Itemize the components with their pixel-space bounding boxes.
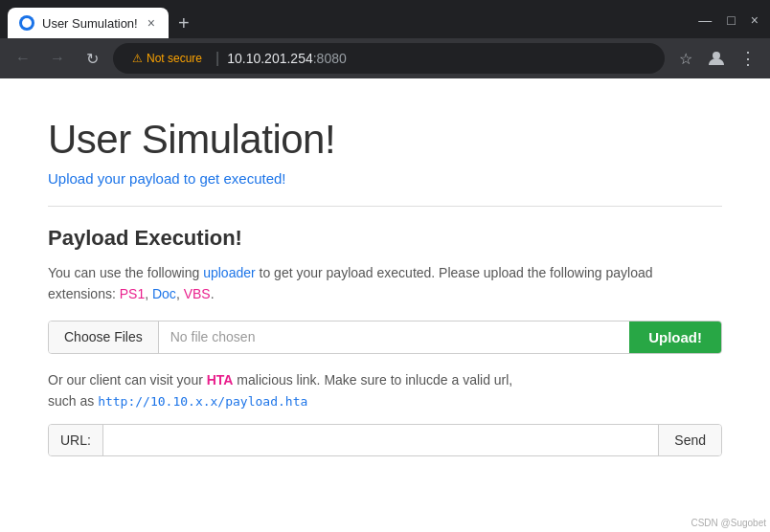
page-title: User Simulation!: [48, 117, 722, 163]
new-tab-button[interactable]: +: [172, 12, 195, 34]
section-divider: [48, 206, 722, 207]
ext-ps1: PS1: [120, 286, 145, 301]
svg-point-1: [713, 52, 720, 59]
tab-favicon: [19, 15, 34, 31]
hta-text-3: such as: [48, 393, 98, 409]
browser-chrome: User Sumulation! × + — □ × ← → ↻ ⚠ Not s…: [0, 0, 770, 78]
account-icon[interactable]: [703, 45, 730, 72]
section-heading: Payload Execution!: [48, 226, 722, 251]
back-button[interactable]: ←: [10, 45, 36, 72]
hta-example-url: http://10.10.x.x/payload.hta: [98, 394, 307, 409]
minimize-button[interactable]: —: [694, 11, 715, 30]
window-controls: — □ ×: [694, 11, 762, 35]
address-text: 10.10.201.254:8080: [227, 51, 347, 66]
page-content: User Simulation! Upload your payload to …: [0, 78, 770, 485]
hta-text-2: malicious link. Make sure to inlucde a v…: [233, 372, 512, 388]
security-text: Not secure: [147, 52, 202, 65]
nav-bar: ← → ↻ ⚠ Not secure | 10.10.201.254:8080 …: [0, 38, 770, 78]
ext-comma1: ,: [145, 286, 152, 301]
send-button[interactable]: Send: [658, 425, 721, 455]
hta-link: HTA: [207, 372, 234, 388]
choose-files-button[interactable]: Choose Files: [49, 321, 159, 353]
page-subtitle: Upload your payload to get executed!: [48, 170, 722, 187]
address-bar[interactable]: ⚠ Not secure | 10.10.201.254:8080: [113, 43, 665, 74]
active-tab[interactable]: User Sumulation! ×: [8, 8, 169, 38]
section-description: You can use the following uploader to ge…: [48, 262, 722, 305]
ext-period: .: [211, 286, 215, 301]
nav-actions: ☆ ⋮: [672, 45, 760, 72]
address-port: :8080: [313, 51, 347, 66]
file-name-display: No file chosen: [159, 321, 629, 353]
reload-button[interactable]: ↻: [79, 45, 105, 72]
file-upload-row: Choose Files No file chosen Upload!: [48, 321, 722, 354]
tab-title: User Sumulation!: [42, 16, 138, 31]
ext-doc: Doc: [152, 286, 176, 301]
upload-button[interactable]: Upload!: [629, 321, 721, 353]
uploader-link[interactable]: uploader: [203, 265, 256, 280]
maximize-button[interactable]: □: [723, 11, 738, 30]
url-input[interactable]: [103, 425, 658, 455]
tab-bar: User Sumulation! × + — □ ×: [0, 0, 770, 38]
url-row: URL: Send: [48, 424, 722, 456]
url-label: URL:: [49, 425, 103, 455]
close-window-button[interactable]: ×: [747, 11, 762, 30]
ext-comma2: ,: [176, 286, 184, 301]
ext-vbs: VBS: [184, 286, 211, 301]
forward-button[interactable]: →: [44, 45, 71, 72]
hta-text-1: Or our client can visit your: [48, 372, 207, 388]
watermark: CSDN @Sugobet: [691, 518, 766, 528]
tab-close-button[interactable]: ×: [146, 13, 157, 33]
security-icon: ⚠: [132, 52, 143, 65]
address-host: 10.10.201.254: [227, 51, 313, 66]
security-indicator: ⚠ Not secure: [126, 52, 208, 65]
bookmark-icon[interactable]: ☆: [672, 45, 699, 72]
desc-text-1: You can use the following: [48, 265, 203, 280]
svg-point-0: [22, 18, 32, 28]
menu-icon[interactable]: ⋮: [734, 45, 760, 72]
address-separator: |: [215, 50, 219, 67]
hta-description: Or our client can visit your HTA malicio…: [48, 369, 722, 412]
